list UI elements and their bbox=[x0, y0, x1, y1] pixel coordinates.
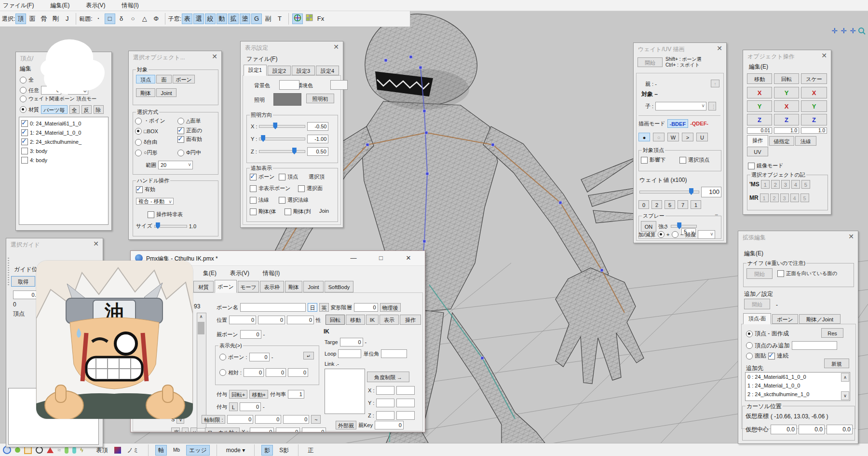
menu-edit[interactable]: 編集(E) bbox=[50, 1, 69, 10]
maximize-icon[interactable]: □ bbox=[370, 251, 392, 265]
range-tri[interactable]: △ bbox=[139, 14, 150, 24]
range-free[interactable]: δ bbox=[116, 14, 127, 24]
range-from-input[interactable]: 0 bbox=[41, 86, 61, 95]
tab-bone[interactable]: ボーン bbox=[772, 314, 798, 324]
radio-point[interactable] bbox=[135, 118, 142, 124]
axis-gizmo-icon[interactable] bbox=[292, 14, 303, 24]
light-y-slider[interactable] bbox=[259, 138, 305, 140]
prop-move-toggle[interactable]: 移動 bbox=[346, 315, 365, 325]
remove-button[interactable]: 除 bbox=[94, 105, 104, 114]
axis-y-input[interactable]: 0 bbox=[255, 415, 281, 424]
axis-z-input[interactable]: 0 bbox=[283, 415, 309, 424]
preset-0-button[interactable]: 0 bbox=[638, 200, 649, 209]
tab-rigid[interactable]: 剛体 bbox=[285, 281, 302, 292]
mr-1-button[interactable]: 1 bbox=[760, 193, 769, 202]
rotate-x-button[interactable]: X bbox=[774, 100, 799, 112]
radio-face-unit[interactable] bbox=[177, 118, 184, 124]
env-color-swatch[interactable] bbox=[330, 80, 348, 90]
res-button[interactable]: Res bbox=[821, 328, 843, 338]
close-icon[interactable]: ✕ bbox=[93, 240, 99, 247]
mode-dropdown[interactable]: mode ▾ bbox=[224, 445, 247, 455]
brush-dot-button[interactable]: ● bbox=[638, 133, 650, 141]
tab-frame[interactable]: 表示枠 bbox=[260, 281, 284, 292]
axis-pick-button[interactable]: ~ bbox=[311, 415, 321, 424]
rel-x-input[interactable]: 0 bbox=[244, 368, 264, 377]
range-size-combo[interactable]: 20 bbox=[158, 161, 193, 169]
hide-on-op-checkbox[interactable] bbox=[148, 211, 154, 218]
rel-y-input[interactable]: 0 bbox=[266, 368, 286, 377]
scroll-up-icon[interactable]: ∧ bbox=[197, 313, 205, 320]
light-z-slider[interactable] bbox=[259, 150, 305, 153]
bone-list-scrollbar[interactable]: ∧ bbox=[197, 313, 206, 428]
zoom-icon[interactable] bbox=[858, 27, 866, 35]
menu-file[interactable]: ファイル(F) bbox=[3, 1, 34, 10]
brush-circle-button[interactable]: ○ bbox=[653, 133, 665, 141]
tab-uv[interactable]: UV bbox=[747, 147, 768, 156]
wave-icon[interactable]: ≈ bbox=[57, 446, 61, 454]
toolbar-select-rigid[interactable]: 剛 bbox=[50, 14, 61, 24]
bottom-button[interactable]: 底 bbox=[171, 428, 180, 432]
material-item[interactable]: 2: 24_skcthulhumine_ bbox=[30, 139, 81, 145]
mr-3-button[interactable]: 3 bbox=[780, 193, 789, 202]
angle-x1-input[interactable] bbox=[376, 386, 394, 395]
panel-menu-edit[interactable]: 編集 bbox=[20, 65, 31, 73]
mr-2-button[interactable]: 2 bbox=[770, 193, 779, 202]
local-axis-toggle[interactable]: ローカル軸 : bbox=[205, 428, 240, 432]
angle-limit-button[interactable]: 角度制限 → bbox=[367, 372, 409, 382]
en-button[interactable]: 英 bbox=[319, 303, 329, 312]
pmx-menu-info[interactable]: 情報(I) bbox=[263, 269, 280, 277]
material-checkbox[interactable] bbox=[21, 138, 28, 145]
ms-2-button[interactable]: 2 bbox=[771, 180, 780, 189]
pan-icon-3[interactable]: ✛ bbox=[849, 27, 857, 35]
radio-circle-center[interactable] bbox=[177, 150, 184, 156]
normal-checkbox[interactable] bbox=[250, 197, 257, 204]
add-start-button[interactable]: 開始 bbox=[744, 299, 770, 309]
axis-limit-toggle[interactable]: 軸制限 : bbox=[202, 415, 225, 424]
radio-free[interactable] bbox=[135, 139, 142, 146]
angle-y2-input[interactable] bbox=[396, 399, 415, 407]
create-face-radio[interactable] bbox=[746, 331, 753, 337]
ms-1-button[interactable]: 1 bbox=[761, 180, 770, 189]
minimize-icon[interactable]: — bbox=[343, 251, 364, 265]
angle-z1-input[interactable] bbox=[376, 411, 394, 420]
preset-100-button[interactable]: 1 bbox=[691, 200, 701, 209]
sel-normal-checkbox[interactable] bbox=[279, 197, 285, 204]
dest-list[interactable]: 0 : 24_Material61_1_0_0 1 : 24_Material_… bbox=[745, 372, 850, 401]
grid-quad-icon[interactable] bbox=[304, 14, 314, 24]
black-target-icon[interactable] bbox=[36, 446, 43, 454]
material-checkbox[interactable] bbox=[21, 157, 28, 164]
radio-material[interactable] bbox=[20, 106, 27, 113]
brush-w-button[interactable]: W bbox=[667, 133, 679, 141]
subwin-t[interactable]: T bbox=[274, 14, 285, 24]
self-shadow-toggle[interactable]: S影 bbox=[277, 445, 291, 455]
close-icon[interactable]: ✕ bbox=[717, 45, 722, 52]
vcenter-x-input[interactable]: 0.0 bbox=[771, 425, 797, 434]
rotate-y-button[interactable]: Y bbox=[774, 87, 799, 98]
ik-link-list[interactable] bbox=[325, 369, 365, 414]
drag-handle[interactable] bbox=[8, 258, 9, 287]
qdef-button[interactable]: -QDEF- bbox=[690, 121, 708, 126]
start-button[interactable]: 開始 bbox=[637, 57, 663, 67]
child-side-button[interactable]: ⋮ bbox=[708, 102, 716, 111]
subwin-sub[interactable]: 副 bbox=[263, 14, 273, 24]
grant-parent-input[interactable]: 0 bbox=[240, 402, 261, 411]
light-x-slider[interactable] bbox=[259, 125, 305, 128]
front-face-checkbox[interactable] bbox=[777, 270, 784, 277]
influence-checkbox[interactable] bbox=[641, 157, 648, 164]
rel-z-input[interactable]: 0 bbox=[288, 368, 308, 377]
scale-button[interactable]: スケー bbox=[801, 73, 827, 84]
light-init-button[interactable]: 照明初 bbox=[306, 94, 334, 103]
light-z-value[interactable]: 0.50 bbox=[307, 147, 328, 156]
angle-z2-input[interactable] bbox=[396, 411, 415, 420]
light-color-swatch[interactable] bbox=[273, 93, 301, 106]
target-joint-button[interactable]: Joint bbox=[156, 88, 176, 97]
vcenter-y-input[interactable]: 0.0 bbox=[799, 425, 825, 434]
brush-gt-button[interactable]: > bbox=[682, 133, 693, 141]
radio-all[interactable] bbox=[20, 77, 27, 83]
angle-x2-input[interactable] bbox=[396, 386, 415, 395]
grant-rate-input[interactable]: 1 bbox=[288, 390, 304, 399]
spray-minus[interactable]: − bbox=[715, 211, 718, 218]
physics-after-toggle[interactable]: 物理後 bbox=[380, 303, 401, 312]
toolbar-select-bone[interactable]: 骨 bbox=[39, 14, 49, 24]
disp-pick-button[interactable]: ↵ bbox=[303, 352, 314, 359]
